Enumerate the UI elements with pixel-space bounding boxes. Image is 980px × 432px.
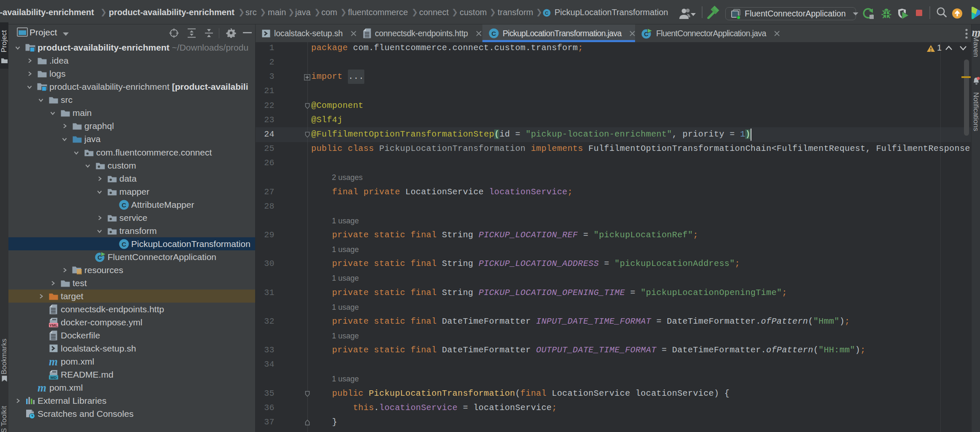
svg-text:YML: YML — [49, 322, 57, 327]
svg-text:C: C — [121, 201, 126, 208]
svg-text:C: C — [121, 240, 126, 247]
svg-text:MD: MD — [50, 375, 57, 379]
svg-text:C: C — [492, 30, 496, 37]
svg-text:C: C — [545, 11, 548, 16]
